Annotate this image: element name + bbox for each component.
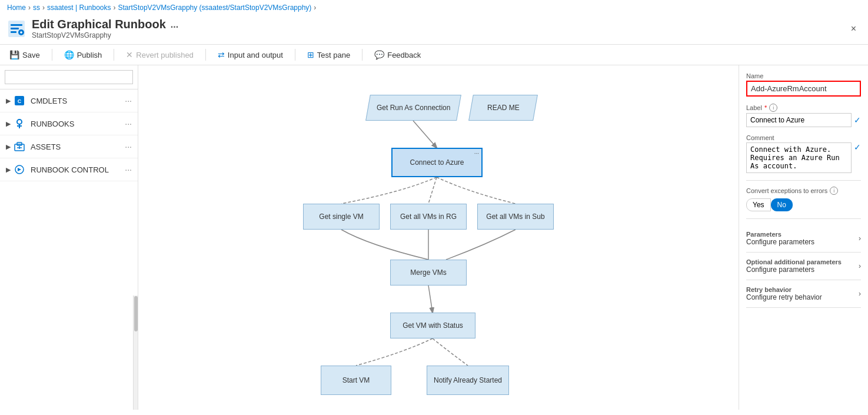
svg-rect-2 <box>11 28 19 29</box>
feedback-icon: 💬 <box>374 50 384 59</box>
rp-required-indicator: * <box>764 104 767 111</box>
save-icon: 💾 <box>9 50 19 59</box>
sidebar-item-runbooks[interactable]: ▶ RUNBOOKS ··· <box>0 112 138 135</box>
page-title-text: Edit Graphical Runbook <box>32 18 166 31</box>
svg-rect-3 <box>11 31 16 33</box>
rp-retry-chevron: › <box>859 290 861 298</box>
sidebar-scrollbar[interactable] <box>133 296 138 410</box>
flow-node-notify-started[interactable]: Notify Already Started <box>427 366 509 395</box>
right-panel: Name Add-AzureRmAccount Label * i ✓ Comm… <box>739 65 868 410</box>
canvas[interactable]: Get Run As ConnectionREAD MEConnect to A… <box>138 65 739 410</box>
flow-node-single-vm[interactable]: Get single VM <box>303 204 380 230</box>
rp-retry-value: Configure retry behavior <box>746 293 822 301</box>
page-header: Edit Graphical Runbook ... StartStopV2VM… <box>0 15 868 45</box>
breadcrumb-runbook[interactable]: StartStopV2VMsGrapphy (ssaatest/StartSto… <box>118 4 312 12</box>
breadcrumb-home[interactable]: Home <box>7 4 26 12</box>
input-output-button[interactable]: ⇄ Input and output <box>215 48 285 61</box>
feedback-button[interactable]: 💬 Feedback <box>372 48 423 61</box>
control-more-btn[interactable]: ··· <box>125 165 132 174</box>
control-icon <box>13 163 26 176</box>
breadcrumb-ss[interactable]: ss <box>33 4 40 12</box>
publish-label: Publish <box>77 51 102 59</box>
toggle-no-button[interactable]: No <box>771 198 793 211</box>
rp-optional-chevron: › <box>859 262 861 270</box>
publish-icon: 🌐 <box>64 50 74 59</box>
rp-parameters-row[interactable]: Parameters Configure parameters › <box>746 225 861 253</box>
cmdlets-chevron: ▶ <box>6 97 11 105</box>
rp-name-label: Name <box>746 72 861 79</box>
flow-node-readme[interactable]: READ ME <box>468 95 538 121</box>
assets-label: ASSETS <box>31 142 125 151</box>
flow-node-label-all-vms-sub: Get all VMs in Sub <box>486 213 544 221</box>
publish-button[interactable]: 🌐 Publish <box>62 48 105 61</box>
rp-name-value: Add-AzureRmAccount <box>746 81 861 97</box>
flow-node-all-vms-rg[interactable]: Get all VMs in RG <box>390 204 467 230</box>
page-title: Edit Graphical Runbook ... <box>32 18 846 31</box>
rp-comment-label: Comment <box>746 134 861 141</box>
header-more-btn[interactable]: ... <box>171 19 178 30</box>
rp-toggle-group: Yes No <box>746 198 861 211</box>
rp-label-label: Label * i <box>746 104 861 112</box>
rp-parameters-chevron: › <box>859 234 861 243</box>
rp-retry-row[interactable]: Retry behavior Configure retry behavior … <box>746 280 861 308</box>
rp-parameters-title: Parameters <box>746 231 814 238</box>
rp-parameters-content: Parameters Configure parameters <box>746 231 814 246</box>
sidebar-item-runbook-control[interactable]: ▶ RUNBOOK CONTROL ··· <box>0 158 138 181</box>
sidebar-search-input[interactable] <box>5 70 133 84</box>
flow-node-get-run[interactable]: Get Run As Connection <box>365 95 461 121</box>
test-pane-icon: ⊞ <box>307 50 314 59</box>
sidebar-content-area <box>0 296 133 410</box>
test-pane-button[interactable]: ⊞ Test pane <box>305 48 352 61</box>
cmdlets-label: CMDLETS <box>31 97 125 105</box>
convert-info-icon: i <box>830 187 838 195</box>
rp-comment-textarea[interactable]: Connect with Azure. Requires an Azure Ru… <box>746 142 852 173</box>
assets-more-btn[interactable]: ··· <box>125 142 132 151</box>
control-chevron: ▶ <box>6 166 11 174</box>
rp-optional-value: Configure parameters <box>746 265 842 274</box>
rp-label-input[interactable] <box>746 113 852 127</box>
rp-label-check-icon: ✓ <box>854 115 861 125</box>
runbook-icon <box>7 19 26 38</box>
flow-node-vm-status[interactable]: Get VM with Status <box>390 313 475 338</box>
page-subtitle: StartStopV2VMsGrapphy <box>32 31 846 39</box>
sidebar-scrollbar-thumb[interactable] <box>134 296 138 331</box>
sidebar-item-assets[interactable]: ▶ ASSETS ··· <box>0 135 138 158</box>
flow-node-label-notify-started: Notify Already Started <box>434 376 502 384</box>
cmdlets-more-btn[interactable]: ··· <box>125 96 132 105</box>
toggle-yes-button[interactable]: Yes <box>746 198 771 211</box>
rp-optional-content: Optional additional parameters Configure… <box>746 258 842 274</box>
runbooks-more-btn[interactable]: ··· <box>125 119 132 128</box>
rp-divider-2 <box>746 218 861 219</box>
rp-convert-text: Convert exceptions to errors <box>746 187 827 194</box>
revert-button[interactable]: ✕ Revert published <box>124 48 196 61</box>
toolbar-separator-5 <box>362 49 363 61</box>
flow-node-all-vms-sub[interactable]: Get all VMs in Sub <box>477 204 554 230</box>
svg-line-18 <box>428 177 437 204</box>
input-output-label: Input and output <box>228 51 283 59</box>
close-button[interactable]: × <box>846 21 861 36</box>
flow-node-label-readme: READ ME <box>487 104 520 112</box>
runbooks-chevron: ▶ <box>6 120 11 128</box>
flow-node-connect-azure[interactable]: Connect to Azure··· <box>391 148 483 177</box>
flow-node-label-start-vm: Start VM <box>342 376 370 384</box>
flow-node-start-vm[interactable]: Start VM <box>321 366 391 395</box>
revert-label: Revert published <box>136 51 194 59</box>
svg-line-20 <box>428 285 433 313</box>
flow-node-merge-vms[interactable]: Merge VMs <box>390 260 467 285</box>
rp-optional-params-row[interactable]: Optional additional parameters Configure… <box>746 253 861 280</box>
flow-node-label-single-vm: Get single VM <box>319 213 363 221</box>
save-label: Save <box>22 51 40 59</box>
rp-comment-row: Connect with Azure. Requires an Azure Ru… <box>746 142 861 173</box>
save-button[interactable]: 💾 Save <box>7 48 42 61</box>
sidebar-search-container <box>0 65 138 89</box>
test-pane-label: Test pane <box>317 51 350 59</box>
breadcrumb-runbooks[interactable]: ssaatest | Runbooks <box>47 4 111 12</box>
runbooks-label: RUNBOOKS <box>31 119 125 128</box>
flow-node-label-merge-vms: Merge VMs <box>410 268 446 277</box>
sidebar-item-cmdlets[interactable]: ▶ C CMDLETS ··· <box>0 89 138 112</box>
rp-parameters-value: Configure parameters <box>746 238 814 246</box>
input-output-icon: ⇄ <box>218 50 225 59</box>
rp-label-text: Label <box>746 104 762 111</box>
sidebar-scrollbar-area <box>0 296 138 410</box>
header-title-area: Edit Graphical Runbook ... StartStopV2VM… <box>32 18 846 39</box>
